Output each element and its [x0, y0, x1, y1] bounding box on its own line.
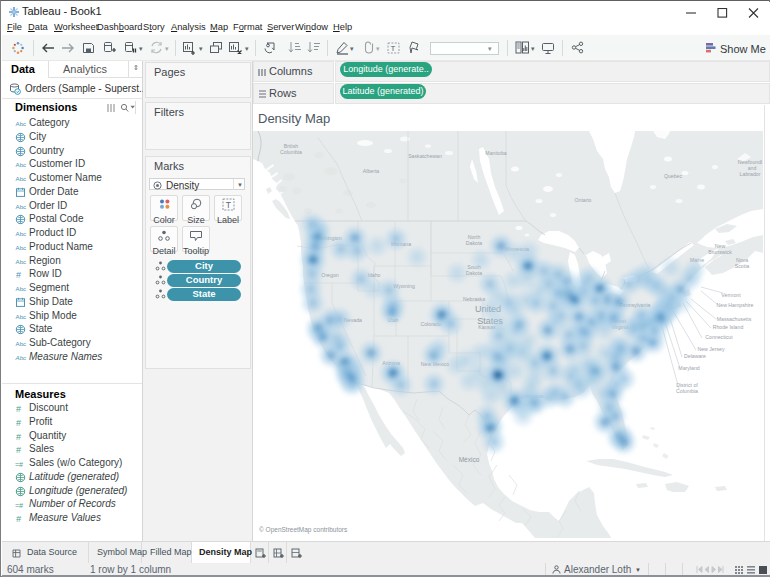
svg-text:Abc: Abc — [15, 354, 27, 361]
svg-text:Abc: Abc — [16, 340, 27, 347]
svg-text:Columbia: Columbia — [280, 149, 302, 155]
svg-text:Quebec: Quebec — [664, 173, 683, 179]
svg-text:T: T — [225, 200, 230, 210]
svg-text:Abc: Abc — [16, 313, 27, 320]
svg-text:Labrador: Labrador — [740, 171, 761, 177]
svg-text:Ontario: Ontario — [574, 197, 591, 203]
svg-text:Abc: Abc — [16, 175, 27, 182]
svg-text:Dakota: Dakota — [466, 270, 483, 276]
svg-text:Vermont: Vermont — [721, 292, 741, 298]
svg-text:Abc: Abc — [16, 203, 27, 210]
svg-text:© OpenStreetMap contributors: © OpenStreetMap contributors — [259, 526, 348, 534]
svg-text:Abc: Abc — [16, 285, 27, 292]
svg-text:Abc: Abc — [16, 230, 27, 237]
svg-text:Oregon: Oregon — [321, 272, 338, 278]
svg-text:Brunswick: Brunswick — [708, 249, 732, 255]
svg-text:=#: =# — [15, 461, 23, 468]
svg-text:#: # — [16, 418, 21, 428]
svg-text:Alberta: Alberta — [363, 168, 380, 174]
svg-text:Dakota: Dakota — [466, 240, 483, 246]
svg-text:Connecticut: Connecticut — [705, 334, 733, 340]
svg-text:México: México — [459, 456, 480, 463]
svg-text:Abc: Abc — [16, 120, 27, 127]
svg-text:#: # — [16, 404, 21, 414]
svg-text:#: # — [16, 445, 21, 455]
svg-text:New Hampshire: New Hampshire — [717, 302, 754, 308]
svg-text:Delaware: Delaware — [684, 353, 706, 359]
svg-text:Abc: Abc — [16, 258, 27, 265]
svg-text:#: # — [16, 432, 21, 442]
svg-text:Abc: Abc — [16, 161, 27, 168]
svg-text:Massachusetts: Massachusetts — [717, 316, 752, 322]
svg-text:New Jersey: New Jersey — [697, 346, 725, 352]
svg-text:Scotia: Scotia — [735, 263, 750, 269]
svg-text:Manitoba: Manitoba — [485, 150, 506, 156]
svg-text:Nebraska: Nebraska — [463, 296, 485, 302]
svg-text:Rhode Island: Rhode Island — [713, 324, 744, 330]
svg-text:=#: =# — [15, 502, 23, 509]
svg-text:#: # — [16, 514, 22, 524]
svg-text:Saskatchewan: Saskatchewan — [408, 153, 442, 159]
svg-text:Abc: Abc — [16, 244, 27, 251]
svg-text:#: # — [16, 270, 21, 280]
svg-text:Columbia: Columbia — [676, 388, 698, 394]
svg-text:T: T — [390, 44, 395, 53]
svg-text:Maryland: Maryland — [678, 365, 699, 371]
